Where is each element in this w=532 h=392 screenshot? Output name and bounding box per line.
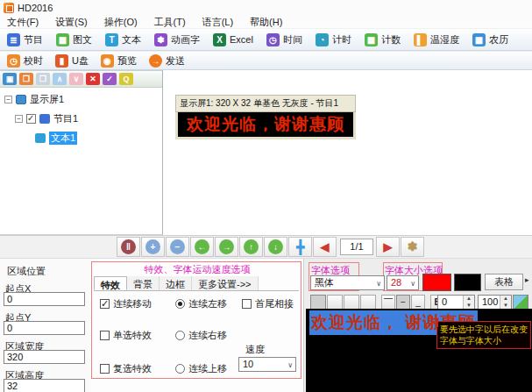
start-y-input[interactable]: 0 <box>4 321 85 335</box>
prev-page-button[interactable]: ◀ <box>313 237 337 257</box>
tab-border[interactable]: 边框 <box>160 276 192 290</box>
start-x-input[interactable]: 0 <box>4 292 85 306</box>
led-display[interactable]: 欢迎光临，谢谢惠顾 <box>175 112 356 139</box>
table-button[interactable]: 表格 <box>485 274 523 290</box>
preview-button[interactable]: ◉ 预览 <box>101 54 137 68</box>
lunar-calendar-button[interactable]: ▦ 农历 <box>472 33 508 46</box>
table-arrow-icon[interactable]: ▸ <box>525 275 529 284</box>
continuous-move-checkbox[interactable]: 连续移动 <box>100 297 152 310</box>
animation-button[interactable]: ✽ 动画字 <box>154 33 200 46</box>
time-button[interactable]: ◷ 时间 <box>266 33 302 46</box>
menu-operation[interactable]: 操作(O) <box>104 16 138 29</box>
background-color-swatch[interactable] <box>454 274 481 291</box>
screen-preview[interactable]: 显示屏1: 320 X 32 单基色 无灰度 - 节目1 欢迎光临，谢谢惠顾 <box>175 95 356 139</box>
zoom-in-button[interactable]: + <box>141 237 165 257</box>
zoom-out-icon: − <box>170 239 185 254</box>
move-down-button[interactable]: ↓ <box>264 237 287 257</box>
zoom-out-button[interactable]: − <box>166 237 189 257</box>
head-tail-label: 首尾相接 <box>255 297 294 310</box>
add-screen-icon[interactable]: ▣ <box>3 73 17 85</box>
time-sync-label: 校时 <box>24 54 43 68</box>
speed-label: 速度 <box>245 343 265 356</box>
tab-more-settings[interactable]: 更多设置->> <box>192 276 259 290</box>
menu-settings[interactable]: 设置(S) <box>55 16 88 29</box>
excel-button[interactable]: X Excel <box>213 33 253 46</box>
send-button[interactable]: → 发送 <box>149 54 185 68</box>
arrow-right-icon: → <box>219 239 234 254</box>
hint-line-2: 字体与字体大小 <box>440 335 528 346</box>
move-up-button[interactable]: ↑ <box>239 237 263 257</box>
move-free-button[interactable]: ╋ <box>288 237 312 257</box>
tree-node-program[interactable]: − 节目1 <box>15 112 78 125</box>
usb-label: U盘 <box>72 54 89 68</box>
counter-button[interactable]: ▦ 计数 <box>365 33 401 46</box>
font-size-select[interactable]: 28 <box>387 275 419 290</box>
valign-middle-button[interactable]: − <box>396 295 410 310</box>
font-color-swatch[interactable] <box>422 274 451 291</box>
valign-bottom-button[interactable]: _ <box>411 295 425 310</box>
spinner-arrows-icon[interactable]: ▲▼ <box>500 296 511 309</box>
scroll-left-radio[interactable]: 连续左移 <box>175 297 227 310</box>
single-effect-checkbox[interactable]: 单选特效 <box>100 329 152 342</box>
program-label: 节目 <box>24 33 43 46</box>
move-right-button[interactable]: → <box>215 237 238 257</box>
time-icon: ◷ <box>266 33 280 46</box>
timer-button[interactable]: ◔ 计时 <box>316 33 351 46</box>
app-window: HD2016 文件(F) 设置(S) 操作(O) 工具(T) 语言(L) 帮助(… <box>0 0 532 392</box>
align-left-button[interactable] <box>310 295 326 310</box>
spinner-arrows-icon[interactable]: ▲▼ <box>463 296 474 309</box>
scale-spinner[interactable]: 100 ▲▼ <box>478 295 512 310</box>
temperature-button[interactable]: ▌ 温湿度 <box>414 33 459 46</box>
pause-button[interactable]: ‖ <box>117 237 140 257</box>
valign-top-button[interactable]: ⎺ <box>381 295 395 310</box>
head-tail-checkbox[interactable]: 首尾相接 <box>242 297 294 310</box>
region-height-input[interactable]: 32 <box>4 379 85 392</box>
time-label: 时间 <box>283 33 302 46</box>
collapse-icon[interactable]: − <box>15 115 23 123</box>
program-checkbox[interactable] <box>26 114 36 124</box>
move-down-icon[interactable]: ∨ <box>69 73 83 85</box>
tab-effects[interactable]: 特效 <box>94 276 127 290</box>
scroll-right-radio[interactable]: 连续右移 <box>175 329 227 342</box>
tab-background[interactable]: 背景 <box>127 276 160 290</box>
settings-button[interactable]: ✽ <box>401 237 424 257</box>
time-sync-button[interactable]: ◷ 校时 <box>7 54 43 68</box>
align-center-button[interactable] <box>327 295 343 310</box>
usb-button[interactable]: ▮ U盘 <box>55 54 89 68</box>
align-right-button[interactable] <box>344 295 359 310</box>
spacing-spinner[interactable]: 0 ▲▼ <box>437 295 475 310</box>
image-button[interactable] <box>513 295 528 310</box>
region-position-panel: 区域位置 起点X 0 起点Y 0 区域宽度 320 区域高度 32 <box>0 259 91 392</box>
menu-help[interactable]: 帮助(H) <box>250 16 282 29</box>
region-width-input[interactable]: 320 <box>4 350 85 364</box>
apply-check-icon[interactable]: ✓ <box>103 73 117 85</box>
page-indicator: 1/1 <box>340 239 373 255</box>
move-up-icon[interactable]: ∧ <box>53 73 67 85</box>
speed-select[interactable]: 10 <box>238 357 296 372</box>
collapse-icon[interactable]: − <box>4 96 12 103</box>
font-family-select[interactable]: 黑体 <box>310 275 385 290</box>
continuous-move-label: 连续移动 <box>113 297 152 310</box>
align-justify-button[interactable] <box>360 295 376 310</box>
tree-node-screen[interactable]: − 显示屏1 <box>4 93 64 106</box>
menu-tools[interactable]: 工具(T) <box>154 16 186 29</box>
next-page-button[interactable]: ▶ <box>376 237 400 257</box>
tree-node-text[interactable]: 文本1 <box>35 132 77 145</box>
pictext-button[interactable]: ▦ 图文 <box>56 33 92 46</box>
copy-icon[interactable]: ❐ <box>19 73 33 85</box>
screen-node-label: 显示屏1 <box>30 93 64 106</box>
text-editor[interactable]: 欢迎光临， 谢谢惠顾 要先选中字以后在改变 字体与字体大小 <box>306 309 532 392</box>
move-left-button[interactable]: ← <box>190 237 214 257</box>
zoom-icon[interactable]: Q <box>119 73 133 85</box>
multi-effect-checkbox[interactable]: 复选特效 <box>100 362 152 375</box>
design-canvas[interactable]: 显示屏1: 320 X 32 单基色 无灰度 - 节目1 欢迎光临，谢谢惠顾 <box>164 70 532 235</box>
text-button[interactable]: T 文本 <box>105 33 141 46</box>
program-button[interactable]: ≣ 节目 <box>7 33 43 46</box>
menu-file[interactable]: 文件(F) <box>7 16 39 29</box>
menu-language[interactable]: 语言(L) <box>202 16 233 29</box>
effects-tabs: 特效 背景 边框 更多设置->> <box>94 276 299 291</box>
temperature-label: 温湿度 <box>430 33 459 46</box>
scroll-up-radio[interactable]: 连续上移 <box>175 362 227 375</box>
paste-icon[interactable]: ❐ <box>36 73 50 85</box>
delete-icon[interactable]: ✕ <box>86 73 100 85</box>
